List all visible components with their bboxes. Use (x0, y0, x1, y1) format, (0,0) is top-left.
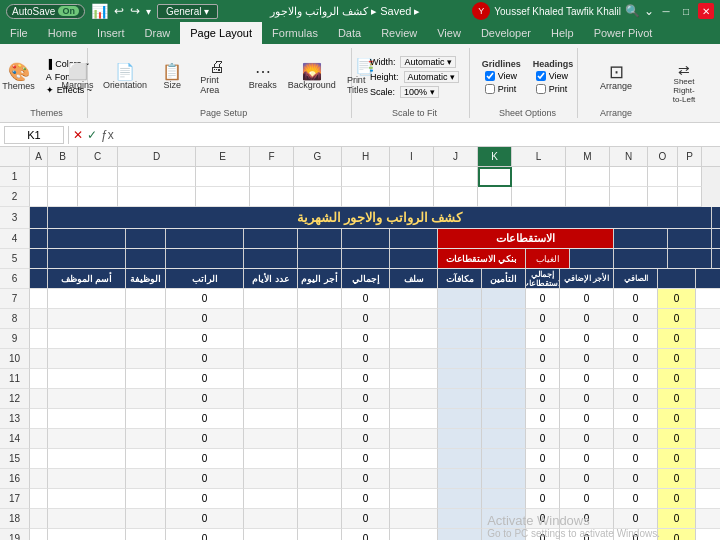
cell-K16[interactable]: 0 (526, 469, 560, 489)
cell-L18[interactable]: 0 (560, 509, 614, 529)
cell-C13[interactable] (126, 409, 166, 429)
col-header-A[interactable]: A (30, 147, 48, 166)
cell-I18[interactable] (438, 509, 482, 529)
col-header-H[interactable]: H (342, 147, 390, 166)
cell-M17[interactable]: 0 (614, 489, 658, 509)
cell-N19[interactable]: 0 (658, 529, 696, 540)
col-header-L[interactable]: L (512, 147, 566, 166)
cell-A13[interactable] (30, 409, 48, 429)
cell-M12[interactable]: 0 (614, 389, 658, 409)
cell-N11[interactable]: 0 (658, 369, 696, 389)
cell-D13[interactable]: 0 (166, 409, 244, 429)
cell-D1[interactable] (118, 167, 196, 187)
cell-H10[interactable] (390, 349, 438, 369)
cell-C11[interactable] (126, 369, 166, 389)
cell-H19[interactable] (390, 529, 438, 540)
tab-review[interactable]: Review (371, 22, 427, 44)
cell-E8[interactable] (244, 309, 298, 329)
insert-function-icon[interactable]: ƒx (101, 128, 114, 142)
cell-A14[interactable] (30, 429, 48, 449)
headings-view[interactable]: View (533, 70, 574, 82)
tab-insert[interactable]: Insert (87, 22, 135, 44)
cell-D5[interactable] (166, 249, 244, 269)
cell-D10[interactable]: 0 (166, 349, 244, 369)
col-header-E[interactable]: E (196, 147, 250, 166)
cell-J19[interactable] (482, 529, 526, 540)
cell-F14[interactable] (298, 429, 342, 449)
cell-G17[interactable]: 0 (342, 489, 390, 509)
cell-reference-input[interactable] (4, 126, 64, 144)
cell-L13[interactable]: 0 (560, 409, 614, 429)
cell-A10[interactable] (30, 349, 48, 369)
print-area-button[interactable]: 🖨 Print Area (196, 57, 239, 97)
cell-G19[interactable]: 0 (342, 529, 390, 540)
cell-A11[interactable] (30, 369, 48, 389)
cell-E18[interactable] (244, 509, 298, 529)
cell-K1[interactable] (478, 167, 512, 187)
cell-E17[interactable] (244, 489, 298, 509)
redo-icon[interactable]: ↪ (130, 4, 140, 18)
cell-M11[interactable]: 0 (614, 369, 658, 389)
cell-B17[interactable] (48, 489, 126, 509)
cell-C17[interactable] (126, 489, 166, 509)
cell-H2[interactable] (342, 187, 390, 207)
cell-F19[interactable] (298, 529, 342, 540)
cell-F9[interactable] (298, 329, 342, 349)
cell-N6[interactable] (658, 269, 696, 289)
row-num-19[interactable]: 19 (0, 529, 30, 540)
cell-B12[interactable] (48, 389, 126, 409)
cell-M4[interactable] (668, 229, 712, 249)
cell-M8[interactable]: 0 (614, 309, 658, 329)
cell-K15[interactable]: 0 (526, 449, 560, 469)
cell-L11[interactable]: 0 (560, 369, 614, 389)
cell-L5[interactable] (614, 249, 668, 269)
ribbon-toggle[interactable]: ⌄ (644, 4, 654, 18)
cell-J17[interactable] (482, 489, 526, 509)
col-header-O[interactable]: O (648, 147, 678, 166)
cell-G7[interactable]: 0 (342, 289, 390, 309)
cell-F8[interactable] (298, 309, 342, 329)
cell-E10[interactable] (244, 349, 298, 369)
gridlines-print-check[interactable] (485, 84, 495, 94)
cell-M2[interactable] (566, 187, 610, 207)
headings-print-check[interactable] (536, 84, 546, 94)
row-num-10[interactable]: 10 (0, 349, 30, 369)
formula-input[interactable] (118, 127, 716, 143)
cell-E19[interactable] (244, 529, 298, 540)
cell-B18[interactable] (48, 509, 126, 529)
cell-M9[interactable]: 0 (614, 329, 658, 349)
cell-H1[interactable] (342, 167, 390, 187)
cell-L14[interactable]: 0 (560, 429, 614, 449)
cell-I14[interactable] (438, 429, 482, 449)
cell-G14[interactable]: 0 (342, 429, 390, 449)
gridlines-view-check[interactable] (485, 71, 495, 81)
cell-A4[interactable] (30, 229, 48, 249)
user-avatar[interactable]: Y (472, 2, 490, 20)
tab-home[interactable]: Home (38, 22, 87, 44)
cell-C10[interactable] (126, 349, 166, 369)
cell-B16[interactable] (48, 469, 126, 489)
orientation-button[interactable]: 📄 Orientation (102, 62, 149, 92)
cell-G18[interactable]: 0 (342, 509, 390, 529)
tab-file[interactable]: File (0, 22, 38, 44)
cell-H4[interactable] (390, 229, 438, 249)
cell-G13[interactable]: 0 (342, 409, 390, 429)
cell-M18[interactable]: 0 (614, 509, 658, 529)
cell-P3[interactable] (712, 207, 720, 229)
cell-P2[interactable] (678, 187, 702, 207)
cell-G9[interactable]: 0 (342, 329, 390, 349)
cell-H9[interactable] (390, 329, 438, 349)
cell-F10[interactable] (298, 349, 342, 369)
cell-I7[interactable] (438, 289, 482, 309)
cell-G12[interactable]: 0 (342, 389, 390, 409)
background-button[interactable]: 🌄 Background (287, 62, 337, 92)
cell-H5[interactable] (390, 249, 438, 269)
cell-O6[interactable] (696, 269, 720, 289)
cell-K7[interactable]: 0 (526, 289, 560, 309)
cell-C8[interactable] (126, 309, 166, 329)
cell-O10[interactable] (696, 349, 720, 369)
cell-J13[interactable] (482, 409, 526, 429)
cell-I1[interactable] (390, 167, 434, 187)
cell-K8[interactable]: 0 (526, 309, 560, 329)
cell-I13[interactable] (438, 409, 482, 429)
